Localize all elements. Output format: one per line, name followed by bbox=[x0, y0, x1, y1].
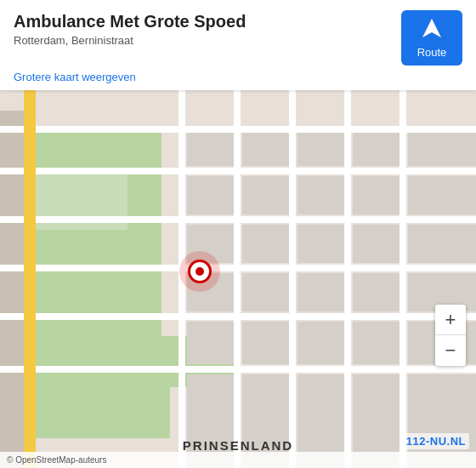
attribution-text: © OpenStreetMap-auteurs bbox=[7, 455, 106, 465]
marker-dot bbox=[196, 267, 204, 276]
marker-outer bbox=[179, 251, 220, 292]
city-block-23 bbox=[298, 322, 344, 364]
city-block-2 bbox=[242, 132, 289, 166]
city-block-13 bbox=[298, 225, 344, 263]
zoom-controls: + − bbox=[435, 305, 466, 366]
svg-marker-0 bbox=[422, 19, 441, 37]
city-block-17 bbox=[242, 273, 289, 311]
location-marker bbox=[179, 251, 220, 292]
city-block-1 bbox=[187, 132, 234, 166]
city-block-6 bbox=[187, 176, 234, 214]
route-button[interactable]: Route bbox=[401, 10, 462, 66]
city-block-10 bbox=[408, 176, 476, 214]
city-block-18 bbox=[298, 273, 344, 311]
route-icon bbox=[421, 17, 443, 43]
city-block-8 bbox=[298, 176, 344, 214]
city-block-5 bbox=[408, 132, 476, 166]
city-block-14 bbox=[353, 225, 400, 263]
bottom-label: PRINSENLAND bbox=[183, 438, 293, 453]
attribution-bar: © OpenStreetMap-auteurs bbox=[0, 452, 476, 468]
header-top: Ambulance Met Grote Spoed Rotterdam, Ber… bbox=[14, 10, 462, 66]
watermark: 112-NU.NL bbox=[403, 433, 469, 449]
header-panel: Ambulance Met Grote Spoed Rotterdam, Ber… bbox=[0, 0, 476, 90]
page-title: Ambulance Met Grote Spoed bbox=[14, 10, 391, 32]
city-block-24 bbox=[353, 322, 400, 364]
title-block: Ambulance Met Grote Spoed Rotterdam, Ber… bbox=[14, 10, 391, 47]
city-block-7 bbox=[242, 176, 289, 214]
city-block-3 bbox=[298, 132, 344, 166]
app-container: Ambulance Met Grote Spoed Rotterdam, Ber… bbox=[0, 0, 476, 468]
location-subtitle: Rotterdam, Berninistraat bbox=[14, 34, 391, 47]
city-block-12 bbox=[242, 225, 289, 263]
city-block-22 bbox=[242, 322, 289, 364]
city-block-4 bbox=[353, 132, 400, 166]
zoom-in-button[interactable]: + bbox=[435, 305, 466, 335]
marker-inner bbox=[188, 260, 212, 283]
zoom-out-button[interactable]: − bbox=[435, 335, 466, 366]
city-block-19 bbox=[353, 273, 400, 311]
map-link[interactable]: Grotere kaart weergeven bbox=[14, 71, 462, 83]
route-label: Route bbox=[417, 46, 447, 59]
city-block-21 bbox=[187, 322, 234, 364]
left-strip bbox=[0, 111, 24, 468]
city-block-15 bbox=[408, 225, 476, 263]
city-block-9 bbox=[353, 176, 400, 214]
